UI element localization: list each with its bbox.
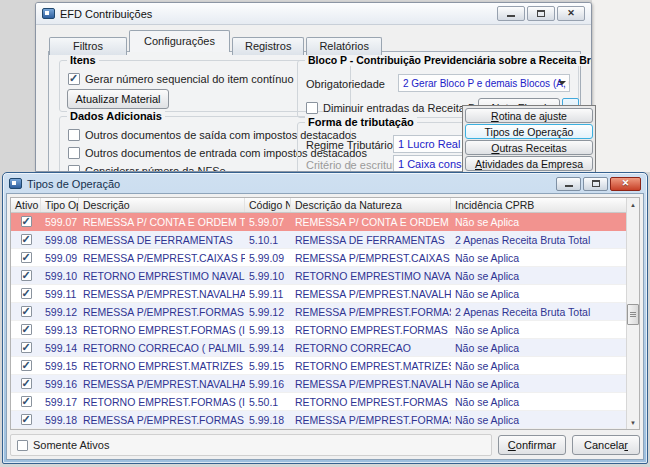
row-active-checkbox[interactable] (21, 360, 32, 371)
considerar-nfse-checkbox[interactable]: Considerar número da NFSe (68, 165, 226, 172)
tab-filtros[interactable]: Filtros (49, 37, 127, 55)
cell-descricao-natureza: RETORNO EMPREST.FORMAS (291, 324, 451, 336)
cell-descricao-natureza: REMESSA P/EMPREST.NAVALHAS (291, 378, 451, 390)
dialog-titlebar[interactable]: Tipos de Operação ✕ (6, 176, 644, 193)
menu-item-tipos-de-operacao[interactable]: Tipos de Operação (465, 124, 593, 139)
cell-tipo-op: 599.17 (41, 396, 79, 408)
cell-incidencia-cprb: Não se Aplica (451, 252, 639, 264)
confirmar-button[interactable]: Confirmar (498, 435, 566, 455)
cell-descricao: REMESSA P/EMPREST.NAVALHAS (IN 45/98 (79, 288, 245, 300)
cell-tipo-op: 599.13 (41, 324, 79, 336)
scroll-down-icon[interactable]: ▼ (627, 416, 639, 429)
column-header-nat[interactable]: Descrição da Natureza (291, 198, 451, 212)
checkbox-box[interactable] (68, 147, 80, 159)
regime-tributario-label: Regime Tributário (306, 139, 393, 151)
itens-group-title: Itens (67, 54, 99, 66)
app-icon (42, 8, 55, 19)
row-active-checkbox[interactable] (21, 396, 32, 407)
cell-tipo-op: 599.15 (41, 360, 79, 372)
scroll-up-icon[interactable]: ▲ (627, 198, 639, 211)
cell-codigo-nat: 5.99.14 (245, 342, 291, 354)
row-active-checkbox[interactable] (21, 378, 32, 389)
atualizar-material-button[interactable]: Atualizar Material (67, 89, 169, 109)
table-row[interactable]: 599.09 REMESSA P/EMPREST.CAIXAS PLASTICA… (11, 249, 639, 267)
menu-item-rotina-de-ajuste[interactable]: Rotina de ajuste (465, 108, 593, 123)
cell-descricao: RETORNO EMPRESTIMO NAVALHAS ( IN 45 (79, 270, 245, 282)
checkbox-label: Gerar número sequencial do item contínuo (85, 73, 294, 85)
dialog-footer: Somente Ativos Confirmar Cancelar (10, 434, 640, 456)
table-header[interactable]: AtivoTipo Op.DescriçãoCódigo Nat.Descriç… (11, 198, 639, 213)
cell-incidencia-cprb: Não se Aplica (451, 270, 639, 282)
column-header-inc[interactable]: Incidência CPRB (451, 198, 639, 212)
close-button[interactable]: ✕ (557, 6, 585, 21)
cancelar-button[interactable]: Cancelar (572, 435, 640, 455)
table-row[interactable]: 599.16 REMESSA P/EMPREST.NAVALHAS (ICMS)… (11, 375, 639, 393)
table-row[interactable]: 599.18 REMESSA P/EMPREST.FORMAS (IN 45/9… (11, 411, 639, 429)
row-ativo-cell (11, 252, 41, 263)
column-header-desc[interactable]: Descrição (79, 198, 245, 212)
checkbox-box[interactable] (306, 102, 318, 114)
efd-titlebar[interactable]: EFD Contribuições ✕ (36, 3, 591, 25)
table-row[interactable]: 599.07 REMESSA P/ CONTA E ORDEM TERCEIRO… (11, 213, 639, 231)
cell-descricao: REMESSA DE FERRAMENTAS (79, 234, 245, 246)
row-ativo-cell (11, 270, 41, 281)
minimize-icon (565, 185, 573, 187)
table-row[interactable]: 599.14 RETORNO CORRECAO ( PALMILHA ) 5.9… (11, 339, 639, 357)
dialog-client-area: AtivoTipo Op.DescriçãoCódigo Nat.Descriç… (6, 193, 644, 460)
row-active-checkbox[interactable] (21, 270, 32, 281)
cell-tipo-op: 599.11 (41, 288, 79, 300)
cell-codigo-nat: 5.99.11 (245, 288, 291, 300)
minimize-icon (507, 15, 515, 17)
cell-codigo-nat: 5.99.12 (245, 306, 291, 318)
checkbox-box[interactable] (68, 73, 80, 85)
cell-incidencia-cprb: 2 Apenas Receita Bruta Total (451, 234, 639, 246)
row-ativo-cell (11, 396, 41, 407)
column-header-tipo[interactable]: Tipo Op. (41, 198, 79, 212)
row-active-checkbox[interactable] (21, 288, 32, 299)
column-header-ativo[interactable]: Ativo (11, 198, 41, 212)
table-row[interactable]: 599.12 REMESSA P/EMPREST.FORMAS (ICMS) 5… (11, 303, 639, 321)
table-row[interactable]: 599.13 RETORNO EMPREST.FORMAS (IN 45/98)… (11, 321, 639, 339)
cell-tipo-op: 599.10 (41, 270, 79, 282)
menu-item-outras-receitas[interactable]: Outras Receitas (465, 140, 593, 155)
dialog-close-button[interactable]: ✕ (610, 177, 641, 191)
row-ativo-cell (11, 414, 41, 425)
row-active-checkbox[interactable] (21, 216, 32, 227)
tab-registros[interactable]: Registros (232, 37, 304, 55)
obrigatoriedade-dropdown[interactable]: 2 Gerar Bloco P e demais Blocos (A, C, D… (398, 74, 570, 92)
maximize-button[interactable] (527, 6, 555, 21)
column-header-cod[interactable]: Código Nat. (245, 198, 291, 212)
minimize-button[interactable] (497, 6, 525, 21)
row-active-checkbox[interactable] (21, 342, 32, 353)
cell-codigo-nat: 5.99.10 (245, 270, 291, 282)
cell-descricao-natureza: REMESSA P/EMPREST.FORMAS (291, 306, 451, 318)
cell-incidencia-cprb: Não se Aplica (451, 414, 639, 426)
row-active-checkbox[interactable] (21, 414, 32, 425)
somente-ativos-checkbox[interactable] (17, 440, 28, 451)
menu-item-atividades-da-empresa[interactable]: Atividades da Empresa (465, 156, 593, 171)
tab-relatorios[interactable]: Relatórios (306, 37, 382, 55)
gerar-numero-sequencial-checkbox[interactable]: Gerar número sequencial do item contínuo (68, 73, 294, 85)
scrollbar-thumb[interactable] (627, 304, 639, 325)
row-active-checkbox[interactable] (21, 234, 32, 245)
table-row[interactable]: 599.08 REMESSA DE FERRAMENTAS 5.10.1 REM… (11, 231, 639, 249)
tab-configuracoes[interactable]: Configurações (129, 30, 230, 52)
checkbox-box[interactable] (68, 129, 80, 141)
table-row[interactable]: 599.11 REMESSA P/EMPREST.NAVALHAS (IN 45… (11, 285, 639, 303)
row-active-checkbox[interactable] (21, 252, 32, 263)
cell-tipo-op: 599.08 (41, 234, 79, 246)
table-row[interactable]: 599.10 RETORNO EMPRESTIMO NAVALHAS ( IN … (11, 267, 639, 285)
vertical-scrollbar[interactable]: ▲ ▼ (626, 198, 639, 429)
row-active-checkbox[interactable] (21, 306, 32, 317)
cell-descricao: REMESSA P/EMPREST.NAVALHAS (ICMS) (79, 378, 245, 390)
chevron-down-icon (558, 81, 566, 89)
cell-tipo-op: 599.12 (41, 306, 79, 318)
table-row[interactable]: 599.15 RETORNO EMPREST.MATRIZES (IN 45/9… (11, 357, 639, 375)
dialog-maximize-button[interactable] (583, 177, 608, 191)
cell-descricao: RETORNO CORRECAO ( PALMILHA ) (79, 342, 245, 354)
table-row[interactable]: 599.17 RETORNO EMPREST.FORMAS (ICMS) 5.5… (11, 393, 639, 411)
row-active-checkbox[interactable] (21, 324, 32, 335)
dialog-minimize-button[interactable] (556, 177, 581, 191)
cell-tipo-op: 599.14 (41, 342, 79, 354)
checkbox-box[interactable] (68, 165, 80, 172)
